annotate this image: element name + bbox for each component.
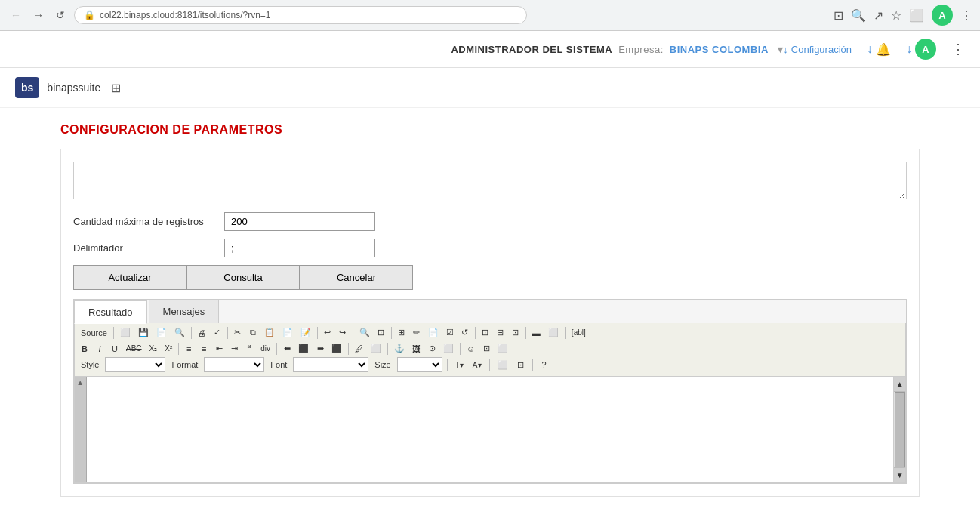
bookmark-icon[interactable]: ☆ <box>891 8 901 23</box>
preview-btn[interactable]: 🔍 <box>171 325 188 340</box>
scrollbar-area: ▲ ▼ <box>893 377 905 482</box>
consulta-button[interactable]: Consulta <box>186 265 300 290</box>
smiley-btn[interactable]: ☺ <box>464 342 478 356</box>
delimitador-input[interactable] <box>224 239 375 257</box>
tab-resultado[interactable]: Resultado <box>74 300 147 324</box>
config-link[interactable]: ↓ Configuración <box>783 44 852 55</box>
flash2-btn[interactable]: ⊙ <box>425 341 439 356</box>
bell-icon: 🔔 <box>876 42 891 57</box>
checkbox-btn[interactable]: ☑ <box>443 325 457 340</box>
admin-label: ADMINISTRADOR DEL SISTEMA <box>451 44 612 55</box>
redo-btn[interactable]: ↪ <box>336 325 350 340</box>
flash-btn[interactable]: ⊡ <box>479 325 492 340</box>
apps-grid-btn[interactable]: ⊞ <box>108 78 124 98</box>
logo[interactable]: bs <box>15 77 39 98</box>
hline-btn[interactable]: ▬ <box>529 326 544 340</box>
check-btn[interactable]: ✓ <box>211 325 224 340</box>
user-btn[interactable]: ↓ A <box>906 39 936 60</box>
align-right-btn[interactable]: ➡ <box>313 341 327 356</box>
hidden-btn[interactable]: ⊡ <box>509 325 522 340</box>
tab-mensajes[interactable]: Mensajes <box>149 300 220 323</box>
table2-btn[interactable]: ⬜ <box>440 341 457 356</box>
indent-btn[interactable]: ⇥ <box>227 341 241 356</box>
actualizar-button[interactable]: Actualizar <box>73 265 186 290</box>
format-select[interactable] <box>204 357 264 372</box>
removeformat-btn[interactable]: ⬜ <box>368 341 384 356</box>
cancelar-button[interactable]: Cancelar <box>300 265 413 290</box>
align-center-btn[interactable]: ⬛ <box>295 341 312 356</box>
print-btn[interactable]: 🖨 <box>195 326 209 340</box>
paste-btn[interactable]: 📋 <box>261 325 278 340</box>
form-btn[interactable]: ⊟ <box>494 325 507 340</box>
italic-btn[interactable]: I <box>93 342 106 356</box>
ul-btn[interactable]: ≡ <box>197 342 211 356</box>
cut-btn[interactable]: ✂ <box>231 325 245 340</box>
url-bar[interactable]: 🔒 col22.binaps.cloud:8181/itsolutions/?r… <box>74 6 527 24</box>
extra-btn[interactable]: ⬜ <box>495 341 511 356</box>
paste-text-btn[interactable]: 📄 <box>279 325 296 340</box>
sep9 <box>565 327 566 339</box>
back-button[interactable]: ← <box>8 8 24 23</box>
paste-word-btn[interactable]: 📝 <box>297 325 314 340</box>
special-char2-btn[interactable]: ⊡ <box>479 341 493 356</box>
editor-body[interactable] <box>87 377 894 482</box>
new-doc-btn[interactable]: 📄 <box>153 325 170 340</box>
special-char-btn[interactable]: ⬜ <box>545 325 562 340</box>
scrollbar-up-btn[interactable]: ▲ <box>894 377 905 392</box>
format-label: Format <box>168 358 201 371</box>
anchor-btn[interactable]: ⚓ <box>391 341 408 356</box>
subscript-btn[interactable]: X₂ <box>146 342 161 355</box>
strikethrough-btn[interactable]: ABC <box>123 342 145 355</box>
save-btn[interactable]: 💾 <box>135 325 152 340</box>
undo-btn[interactable]: ↩ <box>321 325 334 340</box>
app-topbar: ADMINISTRADOR DEL SISTEMA Empresa: BINAP… <box>0 31 980 68</box>
scrollbar-down-btn[interactable]: ▼ <box>894 467 905 482</box>
textstyle-btn[interactable]: 🖊 <box>352 342 366 356</box>
align-left-btn[interactable]: ⬅ <box>280 341 294 356</box>
more-icon[interactable]: ⋮ <box>951 41 965 57</box>
empresa-dropdown-icon[interactable]: ▾ <box>778 44 784 55</box>
templates-btn[interactable]: ⬜ <box>117 325 134 340</box>
sep17 <box>532 359 533 371</box>
image-btn[interactable]: 🖼 <box>409 342 424 356</box>
underline-btn[interactable]: U <box>108 342 122 356</box>
abl-btn[interactable]: [abl] <box>569 326 589 339</box>
bell-btn[interactable]: ↓ 🔔 <box>867 42 891 57</box>
draw-btn[interactable]: ✏ <box>410 325 424 340</box>
forward-button[interactable]: → <box>30 8 47 23</box>
source-btn[interactable]: Source <box>78 326 110 340</box>
main-textarea[interactable] <box>73 162 907 199</box>
blockquote-btn[interactable]: ❝ <box>242 341 256 356</box>
user-avatar[interactable]: A <box>932 5 953 26</box>
ol-btn[interactable]: ≡ <box>182 342 196 356</box>
menu-icon[interactable]: ⋮ <box>960 8 972 23</box>
cantidad-input[interactable] <box>224 212 375 231</box>
superscript-btn[interactable]: X² <box>162 342 175 355</box>
browser-actions: ⊡ 🔍 ↗ ☆ ⬜ A ⋮ <box>834 5 972 26</box>
help-btn[interactable]: ? <box>538 358 551 371</box>
find-btn[interactable]: 🔍 <box>356 325 373 340</box>
page-break-btn[interactable]: 📄 <box>425 325 442 340</box>
share-icon[interactable]: ↗ <box>874 8 883 23</box>
font-select[interactable] <box>293 357 368 372</box>
iframe-btn[interactable]: ↺ <box>458 325 472 340</box>
textcolor-btn[interactable]: T▾ <box>452 359 467 371</box>
copy-btn[interactable]: ⧉ <box>246 325 260 340</box>
style-select[interactable] <box>105 357 165 372</box>
scrollbar-thumb[interactable] <box>895 392 905 467</box>
maximize-btn[interactable]: ⬜ <box>495 358 511 372</box>
outdent-btn[interactable]: ⇤ <box>212 341 226 356</box>
showblocks-btn[interactable]: ⊡ <box>514 358 528 372</box>
size-select[interactable] <box>397 357 442 372</box>
div-btn[interactable]: div <box>257 342 273 355</box>
bgcolor-btn[interactable]: A▾ <box>470 359 485 371</box>
table-btn[interactable]: ⊞ <box>395 325 408 340</box>
align-justify-btn[interactable]: ⬛ <box>328 341 345 356</box>
reload-button[interactable]: ↺ <box>53 8 68 23</box>
bold-btn[interactable]: B <box>78 342 91 356</box>
left-ruler: ▲ <box>75 377 87 482</box>
screenshot-icon[interactable]: ⊡ <box>834 8 843 23</box>
select-all-btn[interactable]: ⊡ <box>374 325 388 340</box>
window-icon[interactable]: ⬜ <box>909 8 924 23</box>
zoom-icon[interactable]: 🔍 <box>851 8 866 23</box>
